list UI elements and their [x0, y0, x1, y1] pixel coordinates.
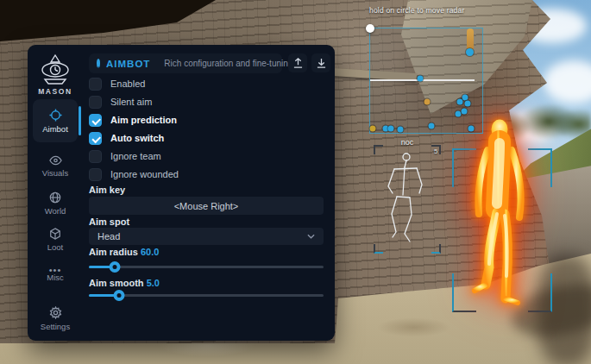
slider-value: 60.0	[141, 247, 159, 257]
spinner-ring-icon	[97, 59, 100, 68]
download-config-button[interactable]	[311, 53, 330, 72]
slider-thumb[interactable]	[114, 290, 125, 301]
aim-smooth-label: Aim smooth 5.0	[89, 278, 160, 288]
radar-dot	[462, 109, 468, 115]
cheat-menu-panel: MASON Aimbot Visuals	[28, 45, 335, 341]
radar-dot	[456, 111, 462, 117]
checkbox-auto-switch[interactable]: Auto switch	[89, 131, 164, 145]
sidebar-item-label: Aimbot	[42, 124, 68, 134]
checkbox-icon	[89, 150, 102, 163]
radar-dot	[418, 76, 424, 82]
radar-dot	[370, 126, 376, 132]
checkbox-icon	[89, 132, 102, 145]
checkbox-label: Enabled	[110, 78, 145, 89]
checkbox-ignore-wounded[interactable]: Ignore wounded	[89, 167, 179, 181]
sidebar-item-settings[interactable]: Settings	[33, 300, 78, 336]
radar-dot	[424, 99, 431, 105]
radar-zoom-thumb[interactable]	[466, 48, 474, 56]
checkbox-label: Silent aim	[110, 97, 152, 107]
checkbox-ignore-team[interactable]: Ignore team	[89, 149, 161, 163]
slider-value: 5.0	[147, 278, 160, 288]
globe-icon	[49, 191, 61, 204]
radar-dot	[429, 123, 435, 129]
crosshair-icon	[49, 109, 62, 122]
checkbox-label: Aim prediction	[110, 115, 177, 125]
radar-dot	[457, 99, 463, 105]
radar-drag-handle[interactable]	[366, 24, 374, 33]
slider-track[interactable]	[89, 266, 324, 268]
slider-label: Aim radius	[89, 247, 138, 257]
sidebar-item-aimbot[interactable]: Aimbot	[33, 99, 78, 142]
section-title: AIMBOT	[106, 59, 150, 69]
section-subtitle: Rich configuration and fine-tuning	[164, 59, 292, 68]
sidebar-item-world[interactable]: World	[33, 186, 78, 221]
aim-key-button[interactable]: <Mouse Right>	[89, 197, 324, 215]
radar-dot	[465, 101, 471, 107]
slider-thumb[interactable]	[109, 261, 120, 273]
checkbox-icon	[89, 168, 102, 181]
sidebar-item-label: Loot	[47, 242, 64, 252]
checkbox-icon	[89, 96, 102, 109]
upload-icon	[293, 58, 303, 68]
sidebar-item-loot[interactable]: Loot	[33, 223, 78, 257]
sidebar-item-label: World	[45, 206, 66, 216]
glowing-player-model	[462, 112, 561, 312]
sidebar-item-label: Visuals	[42, 168, 68, 178]
game-scene: hold on circle to move radar noc 5	[0, 0, 591, 364]
upload-config-button[interactable]	[288, 53, 307, 72]
sidebar-item-label: Settings	[41, 322, 70, 331]
brand-name: MASON	[28, 87, 83, 96]
aim-smooth-slider[interactable]	[89, 289, 324, 301]
download-icon	[317, 58, 326, 68]
aim-key-label: Aim key	[89, 185, 125, 195]
aim-spot-value: Head	[97, 231, 120, 242]
eye-icon	[49, 155, 62, 166]
esp-skeleton	[377, 150, 437, 252]
aim-spot-label: Aim spot	[89, 217, 129, 227]
checkbox-enabled[interactable]: Enabled	[89, 77, 145, 91]
radar-dot	[462, 95, 468, 101]
checkbox-label: Auto switch	[110, 133, 164, 143]
checkbox-label: Ignore team	[110, 151, 161, 161]
slider-label: Aim smooth	[89, 278, 144, 288]
gear-icon	[49, 306, 62, 319]
checkbox-silent-aim[interactable]: Silent aim	[89, 95, 152, 109]
section-header: AIMBOT Rich configuration and fine-tunin…	[89, 53, 282, 73]
sidebar-item-visuals[interactable]: Visuals	[33, 149, 78, 184]
chevron-down-icon	[307, 234, 315, 239]
radar-hint-text: hold on circle to move radar	[369, 6, 465, 15]
checkbox-label: Ignore wounded	[110, 169, 179, 179]
radar-dot	[468, 126, 475, 132]
checkbox-icon	[89, 114, 102, 127]
radar-dot	[398, 127, 404, 133]
sidebar: MASON Aimbot Visuals	[28, 45, 83, 341]
radar-dot	[388, 126, 394, 132]
aim-radius-label: Aim radius 60.0	[89, 247, 159, 257]
sidebar-item-misc[interactable]: ••• Misc	[33, 259, 78, 293]
checkbox-icon	[89, 78, 102, 91]
sidebar-item-label: Misc	[47, 273, 64, 282]
menu-content: AIMBOT Rich configuration and fine-tunin…	[83, 45, 335, 341]
aim-spot-select[interactable]: Head	[89, 228, 324, 245]
aim-radius-slider[interactable]	[89, 260, 324, 273]
box-icon	[49, 228, 61, 240]
mason-logo-icon	[28, 53, 83, 89]
checkbox-aim-prediction[interactable]: Aim prediction	[89, 113, 177, 127]
